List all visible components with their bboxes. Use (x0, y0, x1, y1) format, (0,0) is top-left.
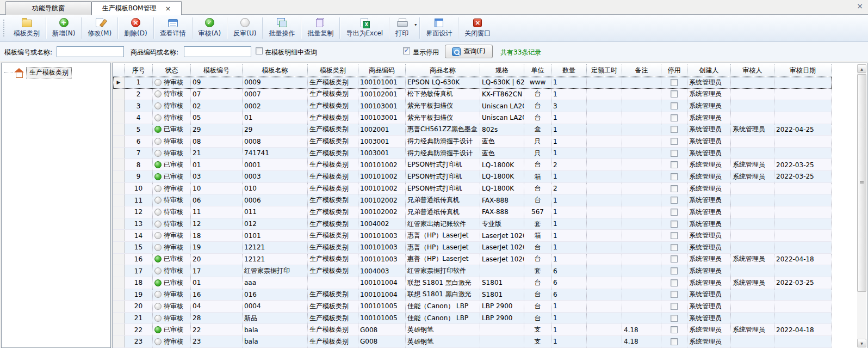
template-filter-input[interactable] (57, 46, 124, 57)
disabled-checkbox[interactable] (671, 338, 678, 345)
column-header-qty[interactable]: 数量 (551, 64, 587, 76)
toolbar-button-del[interactable]: 删除(D) (118, 15, 153, 41)
table-row[interactable]: 5已审核2929生产模板类别1002001惠普CH561ZZ黑色墨盒802s盒1… (113, 124, 832, 136)
table-row[interactable]: 16已审核2012121生产模板类别100101003惠普（HP）LaserJe… (113, 254, 832, 266)
disabled-checkbox[interactable] (671, 232, 678, 239)
toolbar-grip-icon[interactable] (3, 20, 5, 36)
disabled-checkbox[interactable] (671, 150, 678, 157)
cell-status: 待审核 (153, 77, 191, 88)
toolbar-button-copy[interactable]: 批量复制 (301, 15, 339, 41)
toolbar-button-design[interactable]: 界面设计 (420, 15, 458, 41)
table-row[interactable]: 6待审核080008生产模板类别1003001得力经典防滑握手设计蓝色只1系统管… (113, 136, 832, 148)
disabled-checkbox[interactable] (671, 267, 678, 274)
column-header-spec[interactable]: 规格 (480, 64, 524, 76)
toolbar-button-add[interactable]: 新增(N) (46, 15, 81, 41)
disabled-checkbox[interactable] (671, 90, 678, 97)
column-header-hours[interactable]: 定额工时 (587, 64, 622, 76)
table-row[interactable]: 7待审核21741741生产模板类别1003001得力经典防滑握手设计蓝色只1系… (113, 148, 832, 160)
status-pending-icon (154, 79, 162, 86)
table-row[interactable]: 13待审核12012生产模板类别1004002红管家出纳记账软件专业版套1系统管… (113, 218, 832, 230)
scroll-up-icon[interactable]: ▲ (857, 64, 866, 73)
row-indicator (113, 324, 125, 335)
closewin-icon (473, 19, 482, 27)
product-filter-input[interactable] (184, 46, 251, 57)
table-row[interactable]: 23待审核23bala生产模板类别G008英雄钢笔支14.18系统管理员 (113, 336, 832, 348)
toolbar-button-edit[interactable]: 修改(M) (82, 15, 117, 41)
toolbar-button-closewin[interactable]: 关闭窗口 (458, 15, 497, 41)
disabled-checkbox[interactable] (671, 185, 678, 192)
toolbar-button-unaudit[interactable]: 反审(U) (227, 15, 262, 41)
table-row[interactable]: 21待审核28新品生产模板类别100101005佳能（Canon） LBPLBP… (113, 313, 832, 325)
table-row[interactable]: 18已审核01aaa100101004联想 S1801 黑白激光S1801台6系… (113, 277, 832, 289)
cell-creator: 系统管理员 (687, 89, 731, 100)
table-row[interactable]: 17待审核17红管家票据打印生产模板类别1004003红管家票据打印软件套6系统… (113, 265, 832, 277)
toolbar-button-audit[interactable]: 审核(A) (193, 15, 227, 41)
table-row[interactable]: 3待审核020002生产模板类别100103001紫光平板扫描仪Uniscan … (113, 100, 832, 112)
table-row[interactable]: 4待审核0501生产模板类别100103001紫光平板扫描仪Uniscan LA… (113, 112, 832, 124)
column-header-product_name[interactable]: 商品名称 (406, 64, 480, 76)
vertical-scrollbar[interactable]: ▲ ▼ (857, 64, 866, 347)
toolbar-button-print[interactable]: 打印▾ (389, 15, 419, 41)
column-header-category[interactable]: 模板类别 (308, 64, 358, 76)
cell-audit_date (774, 206, 832, 218)
disabled-checkbox[interactable] (671, 279, 678, 286)
tab-bom-management[interactable]: 生产模板BOM管理 × (91, 1, 182, 15)
column-header-status[interactable]: 状态 (153, 64, 191, 76)
show-disabled-checkbox[interactable] (403, 47, 410, 54)
disabled-checkbox[interactable] (671, 173, 678, 180)
search-in-detail-checkbox[interactable] (256, 47, 263, 54)
scroll-down-icon[interactable]: ▼ (857, 339, 866, 347)
column-header-auditor[interactable]: 审核人 (731, 64, 774, 76)
tab-function-navigation[interactable]: 功能导航窗 (5, 1, 91, 15)
table-row[interactable]: 10待审核10010生产模板类别100101002EPSON针式打印机LQ-18… (113, 183, 832, 195)
column-header-unit[interactable]: 单位 (524, 64, 551, 76)
query-button[interactable]: 查询(F) (445, 45, 493, 58)
disabled-checkbox[interactable] (671, 244, 678, 251)
table-row[interactable]: 9已审核030003生产模板类别100101002EPSON针式打印机LQ-18… (113, 171, 832, 183)
table-row[interactable]: 2待审核070007生产模板类别100102001松下热敏传真机KX-FT862… (113, 89, 832, 101)
disabled-checkbox[interactable] (671, 197, 678, 204)
scrollbar-thumb[interactable] (857, 74, 866, 292)
table-row[interactable]: ▶1待审核090009生产模板类别100101001EPSON LQ-630KL… (113, 77, 832, 89)
close-icon[interactable]: × (857, 2, 863, 10)
table-row[interactable]: 20待审核040004生产模板类别100101005佳能（Canon） LBPL… (113, 301, 832, 313)
column-header-disabled[interactable]: 停用 (661, 64, 687, 76)
disabled-checkbox[interactable] (671, 138, 678, 145)
cell-code: 01 (191, 277, 243, 289)
disabled-checkbox[interactable] (671, 291, 678, 298)
column-header-seq[interactable]: 序号 (125, 64, 153, 76)
disabled-checkbox[interactable] (671, 161, 678, 168)
column-header-name[interactable]: 模板名称 (243, 64, 308, 76)
disabled-checkbox[interactable] (671, 326, 678, 333)
tree-node-root[interactable]: 生产模板类别 (4, 67, 72, 78)
table-row[interactable]: 14待审核180101生产模板类别100101003惠普（HP）LaserJet… (113, 230, 832, 242)
toolbar-button-batch[interactable]: 批量操作 (263, 15, 301, 41)
disabled-checkbox[interactable] (671, 315, 678, 322)
table-row[interactable]: 12待审核11011生产模板类别100102002兄弟普通纸传真机FAX-888… (113, 206, 832, 218)
column-header-creator[interactable]: 创建人 (687, 64, 731, 76)
toolbar-button-excel[interactable]: 导出为Excel (340, 15, 389, 41)
table-row[interactable]: 11待审核060006生产模板类别100102002兄弟普通纸传真机FAX-88… (113, 194, 832, 206)
disabled-checkbox[interactable] (671, 102, 678, 109)
disabled-checkbox[interactable] (671, 255, 678, 262)
disabled-checkbox[interactable] (671, 221, 678, 228)
tab-close-icon[interactable]: × (165, 5, 171, 12)
column-header-remark[interactable]: 备注 (622, 64, 661, 76)
table-row[interactable]: 8已审核010001生产模板类别100101002EPSON针式打印机LQ-18… (113, 159, 832, 171)
column-header-product_code[interactable]: 商品编码 (358, 64, 406, 76)
column-header-code[interactable]: 模板编号 (191, 64, 243, 76)
cell-remark (622, 206, 661, 218)
disabled-checkbox[interactable] (671, 79, 678, 86)
disabled-checkbox[interactable] (671, 209, 678, 216)
table-row[interactable]: 15待审核1912121生产模板类别100101003惠普（HP）LaserJe… (113, 242, 832, 254)
toolbar-button-folder[interactable]: 模板类别 (8, 15, 46, 41)
disabled-checkbox[interactable] (671, 114, 678, 121)
table-row[interactable]: 19待审核16016生产模板类别100101004联想 S1801 黑白激光S1… (113, 289, 832, 301)
disabled-checkbox[interactable] (671, 303, 678, 310)
toolbar-button-detail[interactable]: 查看详情 (154, 15, 192, 41)
table-row[interactable]: 22已审核22bala生产模板类别G008英雄钢笔支14.18系统管理员系统管理… (113, 324, 832, 336)
status-pending-icon (154, 138, 162, 145)
disabled-checkbox[interactable] (671, 126, 678, 133)
dropdown-arrow-icon[interactable]: ▾ (414, 22, 417, 27)
column-header-audit_date[interactable]: 审核日期 (774, 64, 832, 76)
